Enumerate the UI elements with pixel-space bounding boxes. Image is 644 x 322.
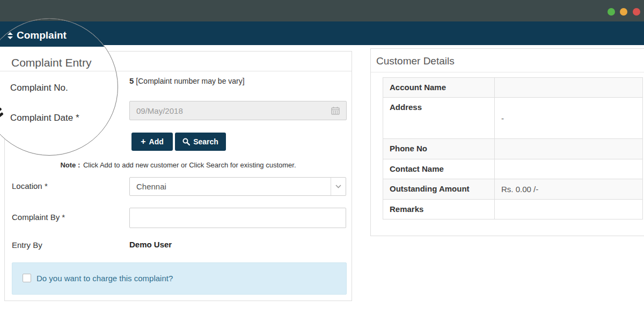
add-button[interactable]: + Add — [131, 133, 173, 151]
panel-heading-divider — [371, 72, 644, 72]
customer-detail-value: - — [495, 98, 643, 139]
page-title-text: Complaint — [17, 30, 67, 41]
search-button[interactable]: Search — [175, 133, 226, 151]
customer-detail-value — [495, 200, 643, 219]
complaint-number: 5 — [129, 76, 134, 85]
note-text: Note : Click Add to add new customer or … — [5, 161, 352, 169]
note-prefix: Note : — [60, 161, 80, 169]
customer-detail-value — [495, 139, 643, 159]
charge-info-box: Do you want to charge this complaint? — [12, 262, 347, 295]
customer-detail-label: Remarks — [383, 200, 495, 219]
location-select[interactable]: Chennai — [129, 177, 346, 196]
customer-detail-label: Phone No — [383, 139, 495, 159]
charge-checkbox[interactable] — [23, 274, 31, 282]
charge-question-label: Do you want to charge this complaint? — [36, 274, 173, 283]
customer-details-title: Customer Details — [376, 55, 455, 67]
green-dot[interactable] — [608, 8, 615, 16]
page-title: Complaint — [7, 30, 67, 41]
customer-details-table-body: Account NameAddress-Phone NoContact Name… — [383, 78, 643, 219]
complaint-by-input[interactable] — [129, 208, 346, 228]
customer-detail-label: Contact Name — [383, 159, 495, 179]
complaint-date-value: 09/May/2018 — [136, 106, 331, 115]
customer-details-panel: Customer Details Account NameAddress-Pho… — [370, 48, 644, 236]
customer-detail-row: Outstanding AmountRs. 0.00 /- — [383, 179, 643, 200]
note-body: Click Add to add new customer or Click S… — [83, 161, 296, 169]
chevron-down-icon — [331, 178, 346, 195]
complaint-no-label: Complaint No. — [10, 83, 68, 93]
customer-detail-value — [495, 159, 643, 179]
customer-detail-value: Rs. 0.00 /- — [495, 179, 643, 200]
customer-detail-row: Remarks — [383, 200, 643, 219]
complaint-number-value: 5[Complaint number may be vary] — [129, 76, 245, 85]
entry-by-value: Demo User — [129, 240, 172, 249]
plus-icon: + — [141, 137, 145, 146]
customer-detail-row: Contact Name — [383, 159, 643, 179]
lens-heading-divider — [0, 71, 118, 71]
entry-by-label: Entry By — [12, 240, 42, 250]
customer-details-table: Account NameAddress-Phone NoContact Name… — [383, 77, 643, 219]
complaint-number-hint: [Complaint number may be vary] — [136, 77, 244, 85]
customer-detail-row: Account Name — [383, 78, 643, 98]
orange-dot[interactable] — [620, 8, 627, 16]
customer-detail-label: Account Name — [383, 78, 495, 98]
complaint-date-input[interactable]: 09/May/2018 — [129, 101, 347, 120]
customer-detail-label: Outstanding Amount — [383, 179, 495, 200]
search-icon — [182, 138, 190, 145]
complaint-entry-heading: Complaint Entry — [11, 56, 91, 69]
add-button-label: Add — [149, 137, 164, 146]
complaint-by-label: Complaint By * — [12, 213, 65, 222]
calendar-icon — [331, 106, 340, 115]
customer-detail-row: Phone No — [383, 139, 643, 159]
search-button-label: Search — [193, 137, 218, 146]
location-selected-value: Chennai — [130, 182, 331, 191]
red-dot[interactable] — [633, 8, 640, 16]
customer-detail-row: Address- — [383, 98, 643, 139]
customer-detail-label: Address — [383, 98, 495, 139]
customer-detail-value — [495, 78, 643, 98]
location-label: Location * — [12, 181, 48, 191]
window-title-bar — [0, 0, 644, 21]
sort-icon — [7, 32, 13, 39]
